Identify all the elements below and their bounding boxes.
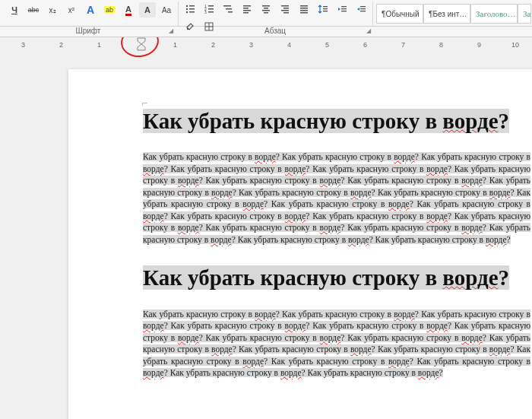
svg-rect-5: [189, 11, 195, 13]
font-dialog-launcher-icon[interactable]: ◢: [169, 27, 173, 34]
body-paragraph-2: Как убрать красную строку в ворде? Как у…: [143, 309, 530, 379]
svg-rect-39: [360, 11, 366, 11]
subscript-button[interactable]: x₂: [44, 2, 61, 17]
svg-rect-35: [341, 8, 347, 9]
style-heading2[interactable]: За: [518, 4, 531, 24]
svg-rect-14: [228, 11, 233, 13]
underline-button[interactable]: Ч: [6, 2, 23, 17]
svg-rect-27: [300, 5, 308, 7]
svg-rect-17: [243, 10, 251, 11]
text-cursor-icon: ⌐: [141, 97, 149, 107]
body-paragraph-1: Как убрать красную строку в ворде? Как у…: [143, 151, 530, 246]
svg-marker-43: [138, 38, 145, 44]
svg-rect-28: [300, 8, 308, 9]
align-center-button[interactable]: [258, 2, 274, 17]
multilevel-list-button[interactable]: [220, 2, 236, 17]
paragraph-group-label: Абзац ◢: [176, 27, 374, 37]
heading-2: Как убрать красную строку в ворде?: [143, 264, 530, 291]
svg-rect-30: [300, 12, 308, 14]
svg-rect-15: [243, 5, 251, 7]
text-effects-button[interactable]: A: [82, 2, 99, 17]
decrease-indent-button[interactable]: [334, 2, 350, 17]
workspace: 3 2 1 1 2 3 4 5 6 7 8 9 10 ⌐ Как убрать …: [0, 37, 532, 419]
svg-marker-44: [138, 44, 145, 50]
linespacing-button[interactable]: [315, 2, 331, 17]
svg-point-4: [186, 11, 188, 13]
style-heading1[interactable]: Заголово…: [470, 4, 518, 24]
bullets-button[interactable]: [182, 2, 198, 17]
svg-rect-22: [264, 12, 268, 14]
svg-rect-32: [323, 8, 328, 9]
svg-rect-23: [281, 5, 289, 7]
svg-text:3: 3: [204, 10, 207, 14]
svg-rect-20: [264, 8, 268, 9]
numbering-button[interactable]: 123: [201, 2, 217, 17]
font-group-label: Шрифт ◢: [0, 27, 176, 37]
svg-rect-13: [226, 8, 232, 10]
svg-rect-31: [323, 6, 328, 7]
style-normal[interactable]: ¶ Обычный: [376, 4, 423, 24]
align-left-button[interactable]: [239, 2, 255, 17]
align-right-button[interactable]: [277, 2, 293, 17]
svg-rect-38: [360, 8, 366, 9]
svg-rect-24: [283, 8, 289, 9]
char-shading-button[interactable]: A: [139, 2, 156, 17]
svg-rect-16: [243, 8, 249, 9]
svg-rect-29: [300, 10, 308, 11]
svg-rect-1: [189, 5, 195, 7]
styles-gallery[interactable]: ¶ Обычный ¶ Без инт… Заголово… За: [373, 2, 532, 26]
horizontal-ruler[interactable]: 3 2 1 1 2 3 4 5 6 7 8 9 10: [0, 37, 532, 52]
svg-rect-12: [223, 5, 231, 7]
svg-rect-21: [262, 10, 270, 11]
change-case-button[interactable]: Aa: [158, 2, 175, 17]
svg-rect-34: [341, 6, 347, 7]
svg-rect-26: [283, 12, 289, 14]
strikethrough-button[interactable]: abc: [25, 2, 42, 17]
document-page[interactable]: ⌐ Как убрать красную строку в ворде? Как…: [68, 69, 532, 419]
ribbon-labels: Шрифт ◢ Абзац ◢: [0, 27, 532, 37]
svg-point-2: [186, 8, 188, 10]
first-line-indent-marker[interactable]: [137, 37, 146, 54]
paragraph-dialog-launcher-icon[interactable]: ◢: [366, 27, 371, 34]
svg-rect-19: [262, 5, 270, 7]
svg-rect-33: [323, 11, 328, 11]
ribbon: Ч abc x₂ x² A ab A A Aa 123: [0, 0, 532, 27]
superscript-button[interactable]: x²: [63, 2, 80, 17]
svg-rect-25: [281, 10, 289, 11]
style-nospacing[interactable]: ¶ Без инт…: [423, 4, 470, 24]
svg-rect-3: [189, 8, 195, 10]
font-color-button[interactable]: A: [120, 2, 137, 17]
heading-1: Как убрать красную строку в ворде?: [143, 107, 530, 135]
highlight-button[interactable]: ab: [101, 2, 118, 17]
svg-rect-11: [208, 11, 214, 13]
svg-rect-18: [243, 12, 249, 14]
svg-rect-7: [208, 5, 214, 7]
increase-indent-button[interactable]: [353, 2, 369, 17]
svg-rect-9: [208, 8, 214, 10]
svg-rect-37: [360, 6, 366, 7]
svg-point-0: [186, 5, 188, 7]
justify-button[interactable]: [296, 2, 312, 17]
svg-rect-36: [341, 11, 347, 11]
